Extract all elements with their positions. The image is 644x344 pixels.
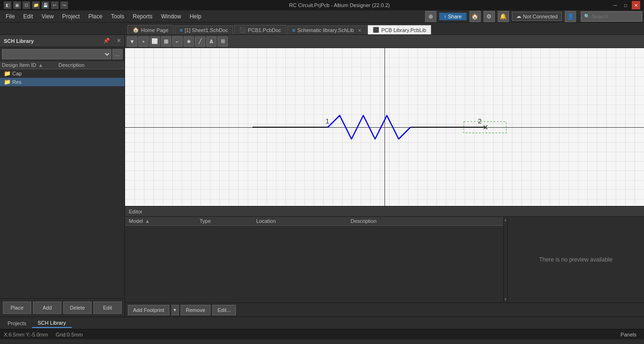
close-button[interactable]: ✕ [632, 1, 640, 9]
home-tab-icon: 🏠 [133, 27, 139, 33]
svg-text:1: 1 [326, 117, 329, 125]
add-account-button[interactable]: ⊕ [425, 11, 436, 22]
maximize-button[interactable]: □ [621, 1, 630, 9]
menu-view[interactable]: View [38, 12, 58, 21]
share-button[interactable]: ↑ Share [439, 13, 467, 20]
tab-pcb1-pcbdoc[interactable]: ⬛ PCB1.PcbDoc [234, 25, 286, 34]
group-select-button[interactable]: ▦ [161, 36, 171, 47]
delete-button[interactable]: Delete [63, 302, 92, 314]
coordinates-display: X:6.5mm Y:-5.0mm [4, 332, 48, 337]
panel-title: SCH Library [4, 38, 34, 44]
tab-schematic-lib[interactable]: ≡ Schematic library.SchLib ✕ [287, 25, 367, 34]
title-bar: ◧ ▣ ⊡ 📁 💾 ↩ ↪ RC Circuit.PrjPcb - Altium… [0, 0, 644, 10]
menu-tools[interactable]: Tools [107, 12, 128, 21]
component-menu-button[interactable]: … [112, 49, 123, 59]
line-button[interactable]: ╱ [195, 36, 205, 47]
grid-display: Grid:0.5mm [56, 332, 83, 337]
component-selector: … [0, 47, 125, 61]
app-icon-3: ⊡ [23, 1, 30, 9]
panel-pin-button[interactable]: 📌 [103, 38, 110, 44]
place-button[interactable]: Place [3, 302, 31, 314]
component-table-header: Design Item ID ▲ Description [0, 61, 125, 69]
add-footprint-dropdown[interactable]: ▼ [171, 305, 179, 315]
share-icon: ↑ [444, 14, 447, 19]
bottom-panel: Editor Model ▲ Type Location Description [125, 206, 644, 317]
tab-home-page[interactable]: 🏠 Home Page [127, 25, 174, 34]
wire-button[interactable]: ⌐ [172, 36, 183, 47]
tab-sheet1-schdoc[interactable]: ≡ [1] Sheet1.SchDoc [175, 25, 233, 34]
pin-button[interactable]: ⊞ [217, 36, 228, 47]
main-layout: SCH Library 📌 ✕ … Design Item ID ▲ Descr… [0, 35, 644, 317]
component-row-res[interactable]: 📁 Res [0, 78, 125, 86]
col-design-item-id: Design Item ID ▲ [2, 62, 59, 68]
connection-status[interactable]: ☁ Not Connected [512, 12, 562, 21]
sch-tab-icon: ≡ [180, 27, 183, 33]
fill-button[interactable]: ◈ [184, 36, 194, 47]
rect-select-button[interactable]: ⬜ [150, 36, 160, 47]
bottom-action-bar: Add Footprint ▼ Remove Edit... [125, 303, 644, 317]
menu-reports[interactable]: Reports [129, 12, 156, 21]
component-table: Design Item ID ▲ Description 📁 Cap 📁 Res [0, 61, 125, 180]
models-table-header: Model ▲ Type Location Description [125, 217, 503, 226]
cap-folder-icon: 📁 [4, 70, 10, 77]
description-col-header: Description [351, 218, 500, 224]
pcblib-tab-icon: ⬛ [373, 27, 379, 33]
add-button[interactable]: Add [33, 302, 61, 314]
app-icon-5: 💾 [42, 1, 49, 9]
panel-scrollbar[interactable]: ▲ ▼ [503, 217, 507, 303]
remove-button[interactable]: Remove [181, 305, 210, 315]
panel-header: SCH Library 📌 ✕ [0, 35, 125, 47]
panels-button[interactable]: Panels [617, 332, 640, 337]
editor-tab: Editor [125, 206, 644, 217]
pcb-tab-icon: ⬛ [239, 27, 246, 33]
menu-window[interactable]: Window [157, 12, 185, 21]
bottom-tabs-bar: Projects SCH Library [0, 317, 644, 329]
add-tool-button[interactable]: + [138, 36, 149, 47]
schlib-tab-icon: ≡ [293, 27, 295, 33]
status-bar: X:6.5mm Y:-5.0mm Grid:0.5mm Panels [0, 329, 644, 339]
sys-icons: ◧ ▣ ⊡ 📁 💾 ↩ ↪ [4, 1, 68, 9]
edit-model-button[interactable]: Edit... [212, 305, 236, 315]
settings-button[interactable]: ⚙ [484, 11, 495, 22]
app-icon-1: ◧ [4, 1, 11, 9]
tab-schlib-close[interactable]: ✕ [358, 28, 361, 33]
model-col-header: Model ▲ [129, 218, 200, 224]
home-button[interactable]: 🏠 [469, 11, 481, 22]
type-col-header: Type [200, 218, 256, 224]
tab-projects[interactable]: Projects [2, 319, 32, 328]
undo-icon[interactable]: ↩ [51, 1, 59, 9]
svg-text:2: 2 [478, 117, 482, 125]
tab-sch-library[interactable]: SCH Library [32, 319, 72, 328]
menu-edit[interactable]: Edit [19, 12, 37, 21]
preview-area: There is no preview available [507, 217, 644, 303]
notifications-button[interactable]: 🔔 [498, 11, 509, 22]
minimize-button[interactable]: ─ [611, 1, 619, 9]
res-folder-icon: 📁 [4, 79, 10, 85]
schematic-canvas[interactable]: 1 2 [125, 48, 644, 206]
app-icon-2: ▣ [13, 1, 21, 9]
canvas-area: ▼ + ⬜ ▦ ⌐ ◈ ╱ A ⊞ 1 [125, 35, 644, 206]
menu-bar: File Edit View Project Place Tools Repor… [0, 10, 644, 23]
panel-close-button[interactable]: ✕ [117, 38, 121, 44]
filter-tool-button[interactable]: ▼ [127, 36, 137, 47]
component-row-cap[interactable]: 📁 Cap [0, 69, 125, 78]
col-description: Description [59, 62, 123, 68]
tab-pcb-library[interactable]: ⬛ PCB Library.PcbLib [368, 25, 431, 34]
menu-file[interactable]: File [2, 12, 18, 21]
user-account-button[interactable]: 👤 [565, 11, 576, 22]
menu-place[interactable]: Place [84, 12, 106, 21]
app-icon-4: 📁 [32, 1, 40, 9]
component-dropdown[interactable] [2, 49, 111, 59]
panel-action-buttons: Place Add Delete Edit [0, 298, 125, 317]
menu-help[interactable]: Help [186, 12, 205, 21]
canvas-toolbar: ▼ + ⬜ ▦ ⌐ ◈ ╱ A ⊞ [125, 35, 644, 48]
edit-button[interactable]: Edit [93, 302, 122, 314]
redo-icon[interactable]: ↪ [60, 1, 68, 9]
search-input[interactable] [592, 14, 639, 19]
menu-project[interactable]: Project [59, 12, 84, 21]
add-footprint-button[interactable]: Add Footprint [128, 305, 169, 315]
window-controls: ─ □ ✕ [611, 1, 640, 9]
text-button[interactable]: A [206, 36, 217, 47]
tabs-bar: 🏠 Home Page ≡ [1] Sheet1.SchDoc ⬛ PCB1.P… [0, 23, 644, 35]
left-panel: SCH Library 📌 ✕ … Design Item ID ▲ Descr… [0, 35, 125, 317]
